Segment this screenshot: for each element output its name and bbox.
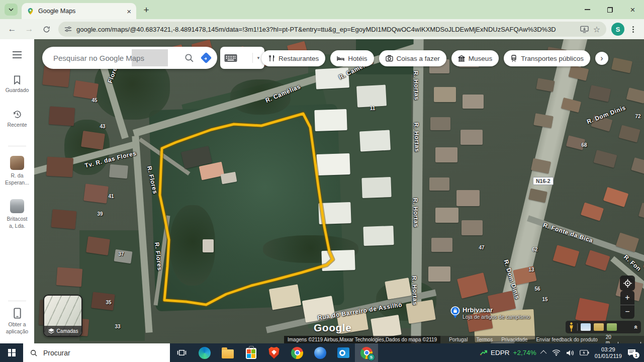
map-canvas[interactable]: Flores R. Camélias R. Camélias Tv. R. da… (34, 39, 644, 343)
task-view-button[interactable] (170, 343, 193, 362)
taskbar-app-edge[interactable] (193, 343, 216, 362)
imagery-credit: Imagens ©2119 Airbus,Maxar Technologies,… (284, 336, 440, 343)
profile-avatar[interactable]: S (611, 23, 624, 36)
volume-icon[interactable] (566, 349, 574, 356)
tab-title: Google Maps (38, 8, 123, 15)
sidebar-item-saved[interactable]: Guardado (0, 75, 34, 94)
imagery-thumbnail-green[interactable] (607, 323, 617, 331)
strip-divider (577, 323, 578, 331)
new-tab-button[interactable]: + (139, 3, 153, 17)
hotel-bed-icon (337, 55, 344, 62)
poi-hrbivacar[interactable]: Hrbivacar Loja de artigos de campismo (450, 306, 530, 320)
imagery-strip: « (566, 321, 641, 333)
taskbar-search-input[interactable] (42, 348, 145, 357)
blue-sphere-app-icon (314, 347, 326, 359)
taskbar-app-brave[interactable] (262, 343, 286, 362)
house-number: 56 (534, 286, 540, 292)
tray-overflow-icon[interactable] (540, 350, 546, 357)
layers-icon (48, 328, 55, 334)
reload-button[interactable] (39, 22, 53, 36)
sidebar-divider (8, 301, 26, 301)
attribution-link-portugal[interactable]: Portugal (449, 337, 468, 342)
browser-tab[interactable]: Google Maps × (22, 3, 136, 19)
clock-time: 03:29 (595, 346, 622, 353)
site-settings-icon (64, 26, 72, 33)
maps-search-input[interactable] (52, 53, 165, 63)
more-categories-button[interactable]: › (595, 52, 608, 65)
start-button[interactable] (0, 343, 23, 362)
my-location-button[interactable] (620, 276, 635, 291)
taskbar-search[interactable] (23, 343, 170, 362)
layers-button[interactable]: Camadas (43, 295, 82, 337)
minimize-button[interactable] (576, 0, 599, 19)
browser-toolbar: ← → google.com/maps/@40.6837421,-8.48914… (0, 19, 644, 40)
tab-strip: Google Maps × + × (0, 0, 644, 19)
attribution-link-privacy[interactable]: Privacidade (501, 337, 527, 342)
forward-button[interactable]: → (22, 22, 36, 36)
zoom-in-button[interactable]: + (620, 291, 634, 305)
sidebar-shortcut-britacosta[interactable]: Britacost a, Lda. (0, 199, 34, 229)
house-number: 68 (581, 142, 587, 148)
history-icon (13, 110, 22, 119)
install-app-icon[interactable] (580, 26, 589, 33)
tab-search-button[interactable] (5, 4, 18, 16)
shop-pin-icon (450, 306, 460, 319)
zoom-out-button[interactable]: − (620, 305, 634, 319)
imagery-thumbnail-terrain[interactable] (594, 323, 604, 331)
route-badge: N16-2 (533, 177, 554, 185)
search-icon[interactable] (185, 53, 194, 63)
attribution-link-feedback[interactable]: Enviar feedback do produto (536, 337, 597, 342)
input-tools-caret-icon[interactable]: ▼ (252, 53, 260, 63)
street-label: R. Hortas (413, 122, 421, 152)
wifi-icon[interactable] (552, 349, 561, 356)
collapse-strip-icon[interactable]: « (632, 325, 640, 329)
zoom-controls: + − (620, 291, 634, 319)
maps-menu-button[interactable] (0, 51, 34, 58)
taskbar-app-chrome[interactable] (286, 343, 309, 362)
chrome-icon (291, 347, 303, 359)
chrome-profile-badge: S (367, 353, 375, 361)
chip-public-transport[interactable]: Transportes públicos (504, 50, 590, 66)
imagery-thumbnail-sky[interactable] (581, 323, 591, 331)
chip-things-to-do[interactable]: Coisas a fazer (379, 50, 446, 66)
browser-content: Guardado Recente R. da Esperan... Britac… (0, 39, 644, 343)
taskbar-app-chrome-active[interactable]: S (355, 343, 378, 362)
browser-window: Google Maps × + × ← → google.com/maps/@4… (0, 0, 644, 343)
stock-ticker[interactable]: EDPR +2,74% (480, 349, 536, 356)
close-icon: × (630, 6, 635, 14)
taskbar-app-store[interactable] (239, 343, 262, 362)
brave-icon (268, 347, 280, 359)
sidebar-shortcut-esperanca[interactable]: R. da Esperan... (0, 156, 34, 186)
taskbar-app-blue-sphere[interactable] (309, 343, 332, 362)
browser-menu-icon[interactable] (632, 29, 634, 30)
maps-sidebar: Guardado Recente R. da Esperan... Britac… (0, 39, 34, 343)
ticker-change: +2,74% (513, 349, 536, 356)
close-button[interactable]: × (621, 0, 644, 19)
map-scale: 20 m (606, 334, 641, 344)
restore-icon (607, 7, 613, 13)
sidebar-item-get-app[interactable]: Obter a aplicação (0, 308, 34, 335)
taskbar-app-file-explorer[interactable] (216, 343, 239, 362)
directions-icon[interactable] (201, 52, 212, 64)
keyboard-icon[interactable] (224, 54, 237, 62)
sidebar-item-recent[interactable]: Recente (0, 110, 34, 129)
trending-up-icon (480, 349, 487, 356)
attribution-link-terms[interactable]: Termos (476, 337, 493, 342)
taskbar-clock[interactable]: 03:29 01/01/2119 (595, 346, 622, 359)
back-button[interactable]: ← (5, 22, 19, 36)
chip-restaurants[interactable]: Restaurantes (261, 50, 325, 66)
pegman-icon[interactable] (569, 322, 574, 332)
action-center-button[interactable]: 1 (627, 349, 636, 356)
shortcut-thumbnail (10, 199, 24, 213)
restore-button[interactable] (599, 0, 621, 19)
address-bar[interactable]: google.com/maps/@40.6837421,-8.4891478,1… (58, 22, 606, 37)
battery-charging-icon[interactable] (580, 349, 589, 356)
chip-hotels[interactable]: Hotéis (330, 50, 374, 66)
taskbar-app-outlook[interactable] (332, 343, 355, 362)
bookmark-star-icon[interactable]: ☆ (593, 25, 600, 34)
house-number: 41 (108, 194, 114, 199)
chip-museums[interactable]: Museus (451, 50, 499, 66)
street-label: R. Hortas (411, 276, 419, 305)
tab-close-icon[interactable]: × (127, 8, 131, 15)
google-maps-favicon (27, 8, 34, 15)
